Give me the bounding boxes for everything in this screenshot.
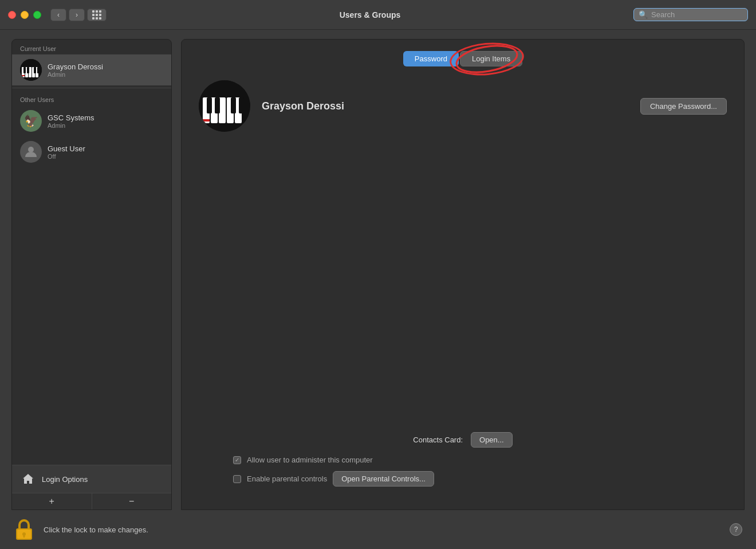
svg-rect-23 bbox=[239, 97, 244, 113]
svg-rect-9 bbox=[37, 67, 40, 73]
svg-rect-29 bbox=[23, 535, 25, 538]
open-contacts-button[interactable]: Open... bbox=[471, 432, 513, 448]
grid-view-button[interactable] bbox=[87, 9, 107, 21]
window-title: Users & Groups bbox=[107, 10, 633, 19]
tab-login-items[interactable]: Login Items bbox=[460, 51, 522, 66]
svg-rect-22 bbox=[231, 97, 236, 113]
open-parental-controls-button[interactable]: Open Parental Controls... bbox=[333, 471, 434, 487]
nav-buttons: ‹ › bbox=[50, 9, 85, 21]
search-icon: 🔍 bbox=[639, 10, 648, 19]
avatar-grayson bbox=[20, 59, 42, 81]
svg-rect-6 bbox=[23, 67, 26, 73]
tab-login-items-wrapper: Login Items bbox=[460, 51, 522, 66]
maximize-button[interactable] bbox=[33, 11, 41, 19]
user-name-grayson: Grayson Derossi bbox=[48, 62, 103, 71]
user-item-grayson[interactable]: Grayson Derossi Admin bbox=[12, 54, 171, 85]
remove-user-button[interactable]: − bbox=[92, 493, 172, 509]
parental-controls-label: Enable parental controls bbox=[247, 475, 327, 483]
user-info-grayson: Grayson Derossi Admin bbox=[48, 62, 103, 78]
profile-piano-svg bbox=[199, 80, 250, 132]
lock-icon[interactable] bbox=[14, 517, 34, 542]
profile-area: Grayson Derossi Change Password... bbox=[199, 80, 727, 132]
search-input[interactable] bbox=[651, 10, 743, 19]
profile-avatar bbox=[199, 80, 250, 132]
svg-rect-21 bbox=[215, 97, 220, 113]
avatar-guest bbox=[20, 141, 42, 163]
user-role-guest: Off bbox=[48, 153, 85, 160]
sidebar: Current User bbox=[11, 39, 172, 510]
allow-admin-row: ✓ Allow user to administer this computer bbox=[199, 456, 727, 464]
parental-controls-checkbox[interactable] bbox=[233, 475, 241, 483]
piano-avatar-svg bbox=[20, 59, 42, 81]
other-users-label: Other Users bbox=[12, 91, 171, 105]
svg-point-12 bbox=[28, 147, 34, 152]
svg-rect-7 bbox=[27, 67, 29, 73]
user-name-gsc: GSC Systems bbox=[48, 113, 94, 122]
house-icon bbox=[20, 471, 36, 487]
sidebar-spacer bbox=[12, 167, 171, 465]
allow-admin-label: Allow user to administer this computer bbox=[247, 456, 373, 464]
close-button[interactable] bbox=[8, 11, 16, 19]
login-options-item[interactable]: Login Options bbox=[12, 465, 171, 493]
svg-rect-8 bbox=[34, 67, 36, 73]
contacts-card-row: Contacts Card: Open... bbox=[199, 432, 727, 448]
user-name-guest: Guest User bbox=[48, 144, 85, 153]
forward-button[interactable]: › bbox=[69, 9, 85, 21]
tabs-container: Password Login Items bbox=[199, 51, 727, 66]
lock-text: Click the lock to make changes. bbox=[44, 526, 148, 534]
right-panel: Password Login Items bbox=[181, 39, 745, 510]
help-button[interactable]: ? bbox=[730, 523, 742, 536]
user-item-guest[interactable]: Guest User Off bbox=[12, 136, 171, 167]
search-box[interactable]: 🔍 bbox=[633, 8, 748, 21]
user-role-gsc: Admin bbox=[48, 122, 94, 129]
content-spacer bbox=[199, 143, 727, 432]
login-options-label: Login Options bbox=[42, 475, 88, 484]
contacts-card-label: Contacts Card: bbox=[413, 436, 463, 444]
sidebar-divider-1 bbox=[12, 88, 171, 88]
minimize-button[interactable] bbox=[21, 11, 29, 19]
bottom-bar: Click the lock to make changes. ? bbox=[0, 510, 756, 549]
svg-rect-20 bbox=[207, 97, 212, 113]
tab-password[interactable]: Password bbox=[403, 51, 459, 66]
titlebar: ‹ › Users & Groups 🔍 bbox=[0, 0, 756, 30]
lock-svg bbox=[15, 518, 33, 541]
user-info-guest: Guest User Off bbox=[48, 144, 85, 160]
change-password-button[interactable]: Change Password... bbox=[640, 98, 727, 115]
main-content: Current User bbox=[0, 30, 756, 510]
current-user-label: Current User bbox=[12, 40, 171, 54]
traffic-lights bbox=[8, 11, 41, 19]
user-info-gsc: GSC Systems Admin bbox=[48, 113, 94, 129]
parental-controls-row: Enable parental controls Open Parental C… bbox=[199, 471, 727, 487]
allow-admin-checkbox[interactable]: ✓ bbox=[233, 456, 241, 464]
profile-name: Grayson Derossi bbox=[262, 100, 629, 112]
sidebar-bottom: + − bbox=[12, 493, 171, 509]
user-item-gsc[interactable]: 🦅 GSC Systems Admin bbox=[12, 105, 171, 136]
checkmark-icon: ✓ bbox=[235, 457, 239, 463]
avatar-gsc: 🦅 bbox=[20, 110, 42, 132]
back-button[interactable]: ‹ bbox=[50, 9, 66, 21]
add-user-button[interactable]: + bbox=[12, 493, 92, 509]
user-role-grayson: Admin bbox=[48, 71, 103, 78]
